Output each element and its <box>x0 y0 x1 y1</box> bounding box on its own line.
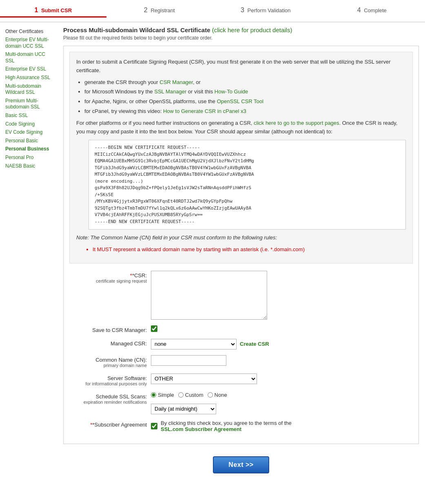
step-4-label: Complete <box>364 7 387 13</box>
managed-csr-select[interactable]: none <box>151 339 237 349</box>
rules-list: It MUST represent a wildcard domain name… <box>84 245 406 254</box>
subscriber-agreement-link[interactable]: SSL.com Subscriber Agreement <box>161 426 241 432</box>
server-software-control: OTHER Apache IIS Nginx cPanel <box>151 374 413 384</box>
sidebar-item-naesb-basic[interactable]: NAESB Basic <box>5 163 56 170</box>
csr-row: **CSR: certificate signing request <box>69 271 413 320</box>
product-details-link[interactable]: (click here for product details) <box>212 27 292 33</box>
scan-none-option[interactable]: None <box>208 392 227 398</box>
sidebar-title: Other Certificates <box>5 29 56 34</box>
create-csr-link[interactable]: Create CSR <box>240 341 269 347</box>
subscriber-control: By clicking this check box, you agree to… <box>151 420 413 432</box>
note-text: Note: The Common Name (CN) field in your… <box>76 234 406 242</box>
scan-simple-option[interactable]: Simple <box>151 392 174 398</box>
ssl-manager-link[interactable]: SSL Manager <box>154 88 186 95</box>
sidebar-item-personal-pro[interactable]: Personal Pro <box>5 155 56 161</box>
scan-custom-option[interactable]: Custom <box>178 392 204 398</box>
page-title-text: Process Multi-subdomain Wildcard SSL Cer… <box>63 27 210 33</box>
subscriber-agreement-row: **Subscriber Agreement By clicking this … <box>69 420 413 432</box>
server-software-row: Server Software: for informational purpo… <box>69 374 413 386</box>
subscriber-label: **Subscriber Agreement <box>69 420 151 428</box>
step-3-num: 3 <box>241 7 244 13</box>
schedule-scans-label: Schedule SSL Scans: expiration reminder … <box>69 392 151 405</box>
content-wrapper: In order to submit a Certificate Signing… <box>63 46 419 444</box>
server-software-label: Server Software: for informational purpo… <box>69 374 151 386</box>
schedule-sub: Daily (at midnight) Weekly Monthly <box>151 404 216 414</box>
step-3-label: Perform Validation <box>248 7 291 13</box>
openssl-tool-link[interactable]: OpenSSL CSR Tool <box>217 98 263 104</box>
page-title: Process Multi-subdomain Wildcard SSL Cer… <box>63 27 419 33</box>
cpanel-video-link[interactable]: How to Generate CSR in cPanel x3 <box>163 108 246 114</box>
common-name-control <box>151 355 413 366</box>
step-1: 1 Submit CSR <box>0 4 106 18</box>
managed-csr-control: none Create CSR <box>151 339 413 349</box>
sidebar-item-ev-code-signing[interactable]: EV Code Signing <box>5 129 56 136</box>
scan-custom-radio[interactable] <box>178 392 184 398</box>
next-button-row: Next >> <box>63 448 419 477</box>
step-1-label: Submit CSR <box>41 7 72 13</box>
daily-select[interactable]: Daily (at midnight) Weekly Monthly <box>151 404 216 414</box>
page-subtitle: Please fill out the required fields belo… <box>63 35 419 41</box>
csr-control <box>151 271 413 320</box>
info-box: In order to submit a Certificate Signing… <box>69 52 413 263</box>
managed-csr-row: Managed CSR: none Create CSR <box>69 339 413 349</box>
sidebar-item-premium-multi[interactable]: Premium Multi-subdomain SSL <box>5 98 56 111</box>
sidebar-item-code-signing[interactable]: Code Signing <box>5 121 56 128</box>
rule-item-1: It MUST represent a wildcard domain name… <box>93 245 406 254</box>
scan-simple-radio[interactable] <box>151 392 156 398</box>
schedule-scans-row: Schedule SSL Scans: expiration reminder … <box>69 392 413 414</box>
further-text-1: For other platforms or if you need furth… <box>76 120 254 126</box>
info-bullets: generate the CSR through your CSR Manage… <box>84 78 406 116</box>
subscriber-text: By clicking this check box, you agree to… <box>161 420 292 432</box>
common-name-input[interactable] <box>151 355 226 366</box>
common-name-row: Common Name (CN): primary domain name <box>69 355 413 368</box>
support-pages-link[interactable]: click here to go to the support pages. <box>254 120 341 126</box>
save-csr-row: Save to CSR Manager: <box>69 325 413 333</box>
step-3: 3 Perform Validation <box>212 4 319 18</box>
step-4-num: 4 <box>357 7 361 13</box>
step-2: 2 Registrant <box>106 4 213 18</box>
csr-textarea[interactable] <box>151 271 267 320</box>
main-content: Process Multi-subdomain Wildcard SSL Cer… <box>59 27 423 477</box>
subscriber-checkbox[interactable] <box>151 423 157 429</box>
sidebar-item-personal-business[interactable]: Personal Business <box>5 146 56 153</box>
progress-bar: 1 Submit CSR 2 Registrant 3 Perform Vali… <box>0 0 425 22</box>
bullet-3: for Apache, Nginx, or other OpenSSL plat… <box>84 97 406 106</box>
managed-csr-label: Managed CSR: <box>69 339 151 347</box>
csr-label: **CSR: certificate signing request <box>69 271 151 283</box>
sidebar-item-multidomain-ucc[interactable]: Multi-domain UCC SSL <box>5 51 56 64</box>
save-csr-label: Save to CSR Manager: <box>69 325 151 333</box>
scan-radio-group: Simple Custom None <box>151 392 227 398</box>
step-1-num: 1 <box>34 7 38 13</box>
next-button[interactable]: Next >> <box>213 456 269 473</box>
sidebar-item-enterprise-ev[interactable]: Enterprise EV SSL <box>5 66 56 73</box>
sidebar: Other Certificates Enterprise EV Multi-d… <box>2 27 59 477</box>
sidebar-item-multi-subdomain-wildcard[interactable]: Multi-subdomain Wildcard SSL <box>5 83 56 96</box>
step-4: 4 Complete <box>319 4 425 18</box>
sidebar-item-enterprise-ev-multi[interactable]: Enterprise EV Multi-domain UCC SSL <box>5 37 56 49</box>
further-info: For other platforms or if you need furth… <box>76 119 406 136</box>
save-csr-checkbox[interactable] <box>151 325 157 332</box>
how-to-guide-link[interactable]: How-To Guide <box>215 88 248 95</box>
schedule-scans-control: Simple Custom None <box>151 392 413 414</box>
save-csr-control <box>151 325 413 332</box>
bullet-2: for Microsoft Windows try the SSL Manage… <box>84 88 406 96</box>
step-2-num: 2 <box>144 7 148 13</box>
csr-example: -----BEGIN NEW CERTIFICATE REQUEST----- … <box>89 140 406 230</box>
sidebar-item-high-assurance[interactable]: High Assurance SSL <box>5 75 56 81</box>
scan-none-radio[interactable] <box>208 392 213 398</box>
server-software-select[interactable]: OTHER Apache IIS Nginx cPanel <box>151 374 257 384</box>
form-section: **CSR: certificate signing request Save … <box>69 271 413 432</box>
info-intro: In order to submit a Certificate Signing… <box>76 58 406 75</box>
common-name-label: Common Name (CN): primary domain name <box>69 355 151 368</box>
bullet-4: for cPanel, try viewing this video: How … <box>84 107 406 116</box>
csr-manager-link[interactable]: CSR Manager <box>159 79 193 85</box>
sidebar-item-personal-basic[interactable]: Personal Basic <box>5 138 56 144</box>
sidebar-item-basic-ssl[interactable]: Basic SSL <box>5 113 56 119</box>
bullet-1: generate the CSR through your CSR Manage… <box>84 78 406 87</box>
step-2-label: Registrant <box>151 7 175 13</box>
